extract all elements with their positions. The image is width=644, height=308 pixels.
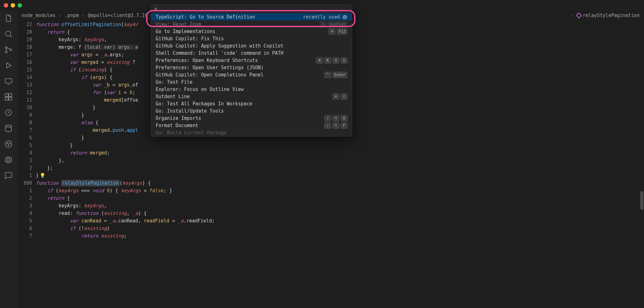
command-item[interactable]: Go: Test All Packages In Workspace <box>151 100 352 107</box>
command-label: Go: Test File <box>156 79 192 85</box>
line-gutter: 2220191817161514131211109876543218801234… <box>17 20 36 308</box>
command-item[interactable]: Preferences: Open Keyboard Shortcuts⌘K⌘S <box>151 57 352 64</box>
remote-icon[interactable] <box>4 77 13 86</box>
command-label: Explorer: Focus on Outline View <box>156 87 244 92</box>
symbol-function-icon <box>576 12 582 19</box>
graph-icon[interactable] <box>4 140 13 148</box>
gear-icon[interactable] <box>342 14 347 20</box>
code-line[interactable]: keyArgs: keyArgs, <box>36 202 644 210</box>
command-label: Preferences: Open Keyboard Shortcuts <box>156 58 258 63</box>
kbd-key: F12 <box>337 28 347 35</box>
code-line[interactable]: return existing; <box>36 232 644 240</box>
settings-gear-icon[interactable] <box>4 155 13 164</box>
kbd-key: ⌥ <box>332 115 339 121</box>
kbd-key: F <box>341 122 347 129</box>
command-item[interactable]: Go: Install/Update Tools <box>151 107 352 115</box>
source-control-icon[interactable] <box>4 45 13 54</box>
kbd-key: ⇧ <box>324 122 331 129</box>
command-item[interactable]: Explorer: Focus on Outline View <box>151 86 352 93</box>
breadcrumb-item[interactable]: .pnpm <box>64 13 79 18</box>
breadcrumb-item[interactable]: node_modules <box>21 13 55 18</box>
code-line[interactable]: } <box>36 142 644 149</box>
code-line[interactable]: }💡 <box>36 172 644 179</box>
command-label: View: Reset Zoom <box>156 21 201 27</box>
command-item[interactable]: Organize Imports⇧⌥O <box>151 115 352 122</box>
command-label: Go: Build Current Package <box>156 130 227 136</box>
svg-point-9 <box>5 47 7 48</box>
command-label: GitHub Copilot: Open Completions Panel <box>156 72 264 78</box>
kbd-key: [ <box>341 93 347 100</box>
svg-point-20 <box>6 125 12 127</box>
search-icon[interactable] <box>4 30 13 38</box>
command-label: Go: Test All Packages In Workspace <box>156 101 252 107</box>
command-label: Go: Install/Update Tools <box>156 108 224 114</box>
code-line[interactable]: return merged; <box>36 149 644 157</box>
run-debug-icon[interactable] <box>4 61 13 70</box>
command-prompt-prefix: > <box>154 6 157 12</box>
code-line[interactable]: }, <box>36 157 644 164</box>
window-close[interactable] <box>4 3 8 8</box>
keyboard-shortcut: ⌘NumPad0 <box>319 21 347 27</box>
kbd-key: O <box>341 115 347 121</box>
svg-line-8 <box>10 36 12 37</box>
svg-point-22 <box>7 143 8 144</box>
keyboard-shortcut: ⇧⌥O <box>324 115 347 121</box>
svg-point-21 <box>5 141 12 148</box>
code-line[interactable]: read: function (existing, _a) { <box>36 210 644 217</box>
extensions-icon[interactable] <box>4 92 13 101</box>
command-item[interactable]: GitHub Copilot: Fix This <box>151 35 352 42</box>
comment-icon[interactable] <box>4 171 13 180</box>
code-line[interactable]: }; <box>36 164 644 172</box>
test-icon[interactable] <box>4 108 13 117</box>
svg-rect-18 <box>9 97 12 100</box>
command-label: Format Document <box>156 123 198 128</box>
command-item[interactable]: TypeScript: Go to Source Definitionrecen… <box>151 13 352 20</box>
command-item[interactable]: GitHub Copilot: Apply Suggestion with Co… <box>151 42 352 49</box>
command-label: Go to Implementations <box>156 29 215 34</box>
command-item[interactable]: Format Document⇧⌥F <box>151 122 352 129</box>
vertical-scrollbar[interactable] <box>640 20 643 308</box>
code-line[interactable]: if (!existing) <box>36 225 644 232</box>
command-item[interactable]: Go: Test File <box>151 78 352 86</box>
command-item[interactable]: Preferences: Open User Settings (JSON) <box>151 64 352 71</box>
keyboard-shortcut: ^Enter <box>324 72 347 78</box>
window-minimize[interactable] <box>11 3 15 8</box>
kbd-key: ⌘ <box>332 57 339 64</box>
window-zoom[interactable] <box>18 3 22 8</box>
command-palette[interactable]: > TypeScript: Go to Source Definitionrec… <box>151 4 352 137</box>
chevron-right-icon: › <box>571 13 574 18</box>
command-item[interactable]: GitHub Copilot: Open Completions Panel^E… <box>151 71 352 78</box>
svg-point-7 <box>6 31 11 36</box>
code-line[interactable]: function relayStylePagination(keyArgs) { <box>36 179 644 187</box>
command-item[interactable]: Go: Build Current Package <box>151 129 352 136</box>
breadcrumb-symbol[interactable]: relayStylePagination <box>577 13 640 18</box>
command-palette-input[interactable]: > <box>151 5 352 13</box>
command-item[interactable]: Go to Implementations⌘F12 <box>151 28 352 35</box>
svg-rect-15 <box>5 94 8 97</box>
command-label: Shell Command: Install 'code' command in… <box>156 50 283 56</box>
command-label: Organize Imports <box>156 115 201 121</box>
svg-point-24 <box>8 145 9 146</box>
code-line[interactable]: if (keyArgs === void 0) { keyArgs = fals… <box>36 187 644 194</box>
svg-rect-16 <box>9 94 12 97</box>
kbd-key: ⌘ <box>332 93 339 100</box>
svg-rect-17 <box>5 97 8 100</box>
command-label: GitHub Copilot: Fix This <box>156 36 224 42</box>
code-line[interactable]: return { <box>36 194 644 202</box>
svg-point-25 <box>8 159 10 161</box>
kbd-key: S <box>341 57 347 64</box>
command-item[interactable]: View: Reset Zoom⌘NumPad0 <box>151 20 352 28</box>
svg-marker-12 <box>7 63 11 68</box>
kbd-key: ⌘ <box>329 28 336 35</box>
command-item[interactable]: Outdent Line⌘[ <box>151 93 352 100</box>
svg-point-10 <box>5 51 7 53</box>
explorer-icon[interactable] <box>4 14 13 23</box>
scrollbar-thumb[interactable] <box>640 191 643 210</box>
command-item[interactable]: Shell Command: Install 'code' command in… <box>151 49 352 57</box>
kbd-key: ⌘ <box>319 21 326 27</box>
svg-point-26 <box>344 16 346 18</box>
kbd-key: K <box>324 57 331 64</box>
database-icon[interactable] <box>4 124 13 133</box>
code-line[interactable]: var canRead = _a.canRead, readField = _a… <box>36 217 644 225</box>
kbd-key: ^ <box>324 72 331 78</box>
